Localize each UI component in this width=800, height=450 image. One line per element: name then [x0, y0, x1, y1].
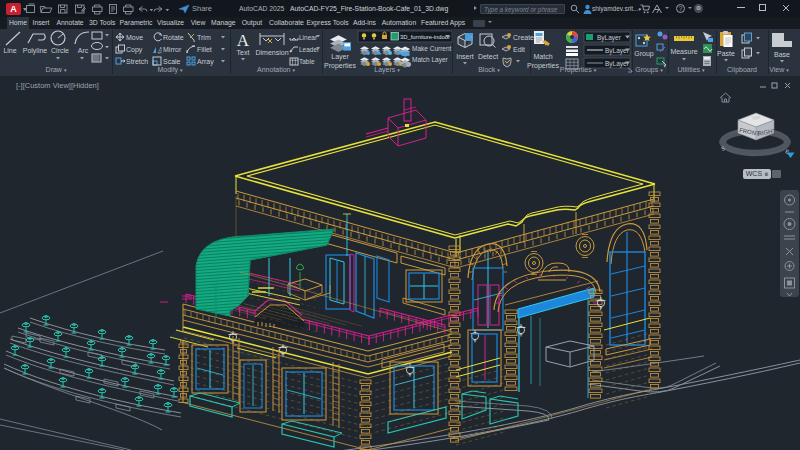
- svg-text:Array: Array: [197, 58, 214, 66]
- svg-text:ByLayer: ByLayer: [605, 60, 630, 68]
- svg-text:Scale: Scale: [163, 58, 181, 65]
- svg-text:Create: Create: [513, 34, 534, 41]
- svg-text:ByLayer: ByLayer: [605, 47, 630, 55]
- svg-text:Text: Text: [237, 49, 250, 56]
- svg-text:Trim: Trim: [197, 34, 211, 41]
- svg-text:Make Current: Make Current: [412, 45, 452, 52]
- svg-text:Mirror: Mirror: [163, 46, 182, 53]
- svg-text:Stretch: Stretch: [126, 58, 148, 65]
- svg-text:Linear: Linear: [299, 34, 318, 41]
- svg-text:Match: Match: [533, 53, 552, 60]
- svg-text:Properties: Properties: [527, 62, 559, 70]
- svg-text:Base: Base: [774, 51, 790, 58]
- svg-text:A: A: [237, 31, 250, 50]
- svg-text:Match Layer: Match Layer: [412, 56, 449, 64]
- svg-text:Measure: Measure: [670, 48, 697, 55]
- svg-text:TOP: TOP: [752, 115, 761, 120]
- svg-text:Detect: Detect: [478, 53, 498, 60]
- svg-text:Polyline: Polyline: [23, 47, 48, 55]
- svg-text:Circle: Circle: [51, 47, 69, 54]
- svg-text:Insert: Insert: [456, 53, 474, 60]
- svg-text:ByLayer: ByLayer: [597, 34, 622, 42]
- svg-text:Fillet: Fillet: [197, 46, 212, 53]
- svg-text:Group: Group: [634, 50, 654, 58]
- svg-text:Line: Line: [3, 47, 16, 54]
- svg-text:Copy: Copy: [126, 46, 143, 54]
- svg-text:Arc: Arc: [78, 47, 89, 54]
- svg-text:Edit: Edit: [513, 46, 525, 53]
- svg-text:Properties: Properties: [324, 62, 356, 70]
- svg-text:3D_furniture-indoor: 3D_furniture-indoor: [400, 34, 450, 40]
- svg-text:Rotate: Rotate: [163, 34, 184, 41]
- svg-text:Paste: Paste: [717, 50, 735, 57]
- svg-text:Dimension: Dimension: [255, 49, 288, 56]
- svg-text:Table: Table: [299, 58, 315, 65]
- svg-text:Layer: Layer: [331, 53, 349, 61]
- svg-text:Move: Move: [126, 34, 143, 41]
